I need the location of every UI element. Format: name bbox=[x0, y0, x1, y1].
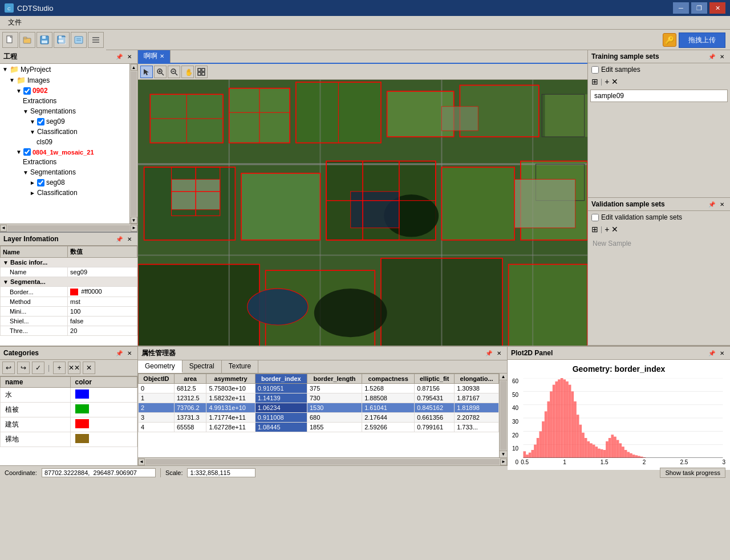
show-progress-button[interactable]: Show task progress bbox=[660, 468, 725, 478]
validation-close-button[interactable]: ✕ bbox=[717, 200, 727, 209]
cursor-tool-button[interactable] bbox=[140, 66, 153, 78]
panel-close-button[interactable]: ✕ bbox=[125, 52, 134, 62]
validation-pin-button[interactable]: 📌 bbox=[707, 200, 716, 209]
tab-main[interactable]: 啊啊 ✕ bbox=[138, 50, 171, 63]
close-button[interactable]: ✕ bbox=[709, 2, 725, 14]
training-add-group-button[interactable]: ⊞ bbox=[591, 77, 598, 86]
save-all-button[interactable] bbox=[54, 32, 70, 48]
tree-item-segmentations-0902[interactable]: ▼ Segmentations bbox=[0, 106, 129, 116]
svg-rect-122 bbox=[585, 438, 587, 458]
plot2d-close-button[interactable]: ✕ bbox=[717, 348, 727, 358]
svg-rect-112 bbox=[558, 379, 561, 458]
svg-rect-100 bbox=[526, 455, 529, 458]
open-button[interactable] bbox=[19, 32, 35, 48]
upload-button[interactable]: 拖拽上传 bbox=[679, 33, 725, 48]
restore-button[interactable]: ❐ bbox=[691, 2, 707, 14]
cat-delete-button[interactable]: ✕ bbox=[83, 362, 95, 374]
col-compactness: compactness bbox=[362, 374, 415, 384]
tab-geometry[interactable]: Geometry bbox=[138, 360, 182, 373]
validation-add-button[interactable]: + bbox=[605, 225, 609, 234]
attribute-manager-panel: 属性管理器 📌 ✕ Geometry Spectral Texture Obje… bbox=[138, 347, 508, 465]
tree-item-myproject[interactable]: ▼ 📁 MyProject bbox=[0, 64, 129, 75]
map-view[interactable] bbox=[138, 80, 587, 346]
tree-item-images[interactable]: ▼ 📁 Images bbox=[0, 75, 129, 86]
validation-delete-button[interactable]: ✕ bbox=[611, 225, 618, 234]
coordinate-input[interactable] bbox=[42, 468, 156, 477]
svg-rect-114 bbox=[563, 379, 566, 458]
cat-confirm-button[interactable]: ✓ bbox=[32, 362, 44, 374]
training-pin-button[interactable]: 📌 bbox=[707, 52, 716, 61]
svg-rect-105 bbox=[540, 431, 542, 458]
tree-hscrollbar[interactable]: ◄ ► bbox=[0, 224, 137, 232]
scale-input[interactable] bbox=[187, 468, 256, 477]
tree-item-extractions-0804[interactable]: Extractions bbox=[0, 157, 129, 167]
tree-item-extractions-0902[interactable]: Extractions bbox=[0, 96, 129, 106]
tree-item-0804[interactable]: ▼ 0804_1w_mosaic_21 bbox=[0, 147, 129, 157]
tree-item-seg08[interactable]: ► seg08 bbox=[0, 177, 129, 188]
training-delete-button[interactable]: ✕ bbox=[611, 77, 618, 86]
table-row: Method mst bbox=[1, 297, 137, 307]
tree-item-classification-0804[interactable]: ► Classification bbox=[0, 188, 129, 198]
attr-close-button[interactable]: ✕ bbox=[494, 349, 504, 358]
tree-item-seg09[interactable]: ▼ seg09 bbox=[0, 116, 129, 127]
validation-add-group-button[interactable]: ⊞ bbox=[591, 225, 598, 234]
categories-close-button[interactable]: ✕ bbox=[125, 348, 134, 358]
tree-item-classification-0902[interactable]: ▼ Classification bbox=[0, 127, 129, 137]
tree-checkbox-seg09[interactable] bbox=[37, 118, 44, 125]
sample-name-input[interactable] bbox=[590, 90, 728, 102]
training-add-button[interactable]: + bbox=[605, 77, 609, 86]
tree-arrow: ▼ bbox=[16, 88, 22, 94]
svg-rect-82 bbox=[514, 179, 575, 228]
pan-tool-button[interactable]: ✋ bbox=[181, 66, 194, 78]
tree-label-segmentations-0902: Segmentations bbox=[30, 107, 76, 115]
edit-samples-checkbox[interactable] bbox=[591, 66, 599, 74]
tree-item-cls09[interactable]: cls09 bbox=[0, 137, 129, 147]
attr-hscrollbar[interactable]: ◄ ► bbox=[138, 457, 507, 465]
attr-scrollbar[interactable]: ▲ ▼ bbox=[499, 374, 507, 457]
tree-item-segmentations-0804[interactable]: ▼ Segmentations bbox=[0, 167, 129, 177]
plot2d-pin-button[interactable]: 📌 bbox=[707, 348, 716, 358]
tab-texture[interactable]: Texture bbox=[222, 360, 258, 373]
tab-close-icon[interactable]: ✕ bbox=[160, 53, 164, 59]
categories-pin-button[interactable]: 📌 bbox=[115, 348, 124, 358]
table-row: Border... #ff0000 bbox=[1, 287, 137, 297]
row-border-value: #ff0000 bbox=[68, 287, 137, 297]
tree-arrow: ▼ bbox=[9, 77, 15, 83]
minimize-button[interactable]: ─ bbox=[673, 2, 689, 14]
svg-rect-5 bbox=[23, 37, 27, 39]
attr-pin-button[interactable]: 📌 bbox=[484, 349, 493, 358]
training-close-button[interactable]: ✕ bbox=[717, 52, 727, 61]
cat-color-building bbox=[75, 419, 89, 428]
menu-item-file[interactable]: 文件 bbox=[3, 17, 26, 29]
tree-checkbox-seg08[interactable] bbox=[37, 179, 44, 186]
tree-scrollbar[interactable]: ▲ ▼ bbox=[129, 64, 137, 224]
chart-svg bbox=[521, 378, 725, 458]
svg-rect-133 bbox=[614, 437, 617, 458]
zoom-out-button[interactable] bbox=[168, 66, 180, 78]
zoom-in-button[interactable] bbox=[154, 66, 167, 78]
layer-info-close[interactable]: ✕ bbox=[125, 234, 134, 244]
fullscreen-button[interactable] bbox=[195, 66, 208, 78]
svg-rect-132 bbox=[611, 435, 614, 458]
cat-undo-button[interactable]: ↩ bbox=[2, 362, 15, 374]
cat-back-button[interactable]: ↪ bbox=[17, 362, 30, 374]
tree-checkbox-0804[interactable] bbox=[23, 148, 31, 156]
table-row: ▼ Basic infor... bbox=[1, 258, 137, 267]
svg-rect-120 bbox=[579, 425, 582, 458]
panel-pin-button[interactable]: 📌 bbox=[115, 52, 124, 62]
tree-checkbox-0902[interactable] bbox=[23, 87, 31, 95]
tree-item-0902[interactable]: ▼ 0902 bbox=[0, 86, 129, 96]
table-row: 3 13731.3 1.71774e+11 0.911008 680 2.176… bbox=[139, 413, 499, 423]
new-button[interactable] bbox=[2, 32, 18, 48]
layer-info-pin[interactable]: 📌 bbox=[115, 234, 124, 244]
tab-spectral[interactable]: Spectral bbox=[182, 360, 222, 373]
edit-validation-checkbox[interactable] bbox=[591, 214, 599, 221]
save-button[interactable] bbox=[36, 32, 52, 48]
tree-arrow: ▼ bbox=[23, 169, 29, 176]
menu-button[interactable] bbox=[88, 32, 104, 48]
list-item: 植被 bbox=[1, 403, 137, 417]
save-project-button[interactable] bbox=[71, 32, 87, 48]
cat-delete-all-button[interactable]: ✕✕ bbox=[68, 362, 80, 374]
row-mini-value: 100 bbox=[68, 307, 137, 316]
cat-add-button[interactable]: + bbox=[53, 362, 66, 374]
